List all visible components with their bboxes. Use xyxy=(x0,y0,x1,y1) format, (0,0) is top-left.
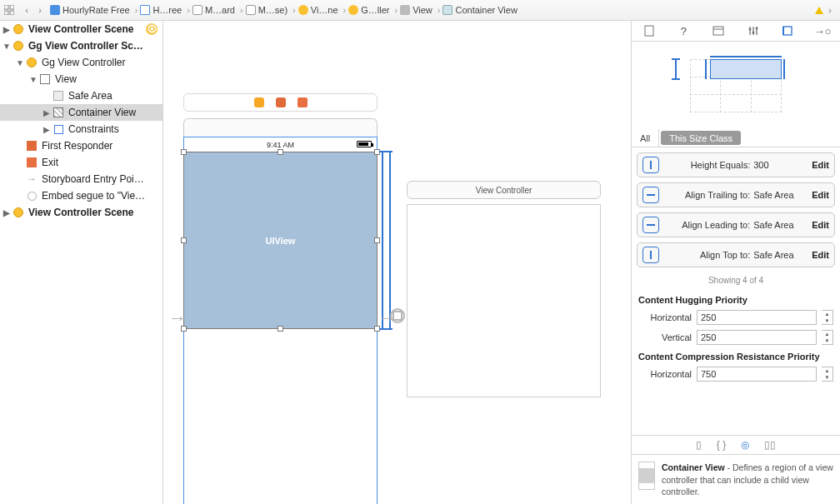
field-label: Vertical xyxy=(638,332,692,342)
constraint-value: 300 xyxy=(753,160,807,170)
ib-canvas[interactable]: 9:41 AM UIView xyxy=(163,21,632,504)
outline-first-responder[interactable]: First Responder xyxy=(0,137,162,154)
crumb-4[interactable]: Vi…ne xyxy=(291,5,342,15)
size-inspector-icon[interactable] xyxy=(780,23,795,38)
svg-rect-5 xyxy=(713,27,723,35)
disclosure-icon[interactable]: ▶ xyxy=(2,25,12,34)
scene-dock[interactable] xyxy=(183,93,378,112)
library-item[interactable]: Container View - Defines a region of a v… xyxy=(632,455,840,504)
filter-all[interactable]: All xyxy=(632,129,659,147)
stepper[interactable]: ▲▼ xyxy=(822,310,833,325)
align-top-icon xyxy=(642,247,659,263)
outline-entry-point[interactable]: → Storyboard Entry Poi… xyxy=(0,171,162,187)
hugging-vertical-row: Vertical 250 ▲▼ xyxy=(632,328,840,348)
file-inspector-icon[interactable] xyxy=(642,23,657,38)
battery-icon xyxy=(357,141,372,147)
constraint-guide xyxy=(379,151,392,152)
outline-view[interactable]: ▼ View xyxy=(0,71,162,87)
vc-dock-icon[interactable] xyxy=(254,97,264,107)
disclosure-icon[interactable]: ▼ xyxy=(2,42,12,51)
constraints-count: Showing 4 of 4 xyxy=(632,272,840,292)
size-class-filter: All This Size Class xyxy=(632,129,840,147)
outline-vc[interactable]: ▼ Gg View Controller xyxy=(0,54,162,71)
crumb-1[interactable]: H…ree xyxy=(133,5,186,15)
crumb-3[interactable]: M…se) xyxy=(238,5,291,15)
outline-scene-0[interactable]: ▶ View Controller Scene ⦿ xyxy=(0,21,162,37)
attributes-inspector-icon[interactable] xyxy=(746,23,761,38)
constraint-row[interactable]: Align Leading to: Safe Area Edit xyxy=(637,212,835,237)
hugging-vertical-field[interactable]: 250 xyxy=(697,330,817,345)
svg-rect-0 xyxy=(4,5,8,9)
disclosure-icon[interactable]: ▶ xyxy=(42,125,52,134)
crumb-0[interactable]: HourlyRate Free xyxy=(47,5,133,15)
outline-scene-1[interactable]: ▼ Gg View Controller Sc… xyxy=(0,37,162,54)
entry-point-arrow-icon[interactable]: → xyxy=(168,307,187,329)
hugging-horizontal-field[interactable]: 250 xyxy=(697,310,817,325)
outline-label: Exit xyxy=(42,157,58,168)
outline-constraints[interactable]: ▶ Constraints xyxy=(0,121,162,137)
constraint-edit-button[interactable]: Edit xyxy=(812,220,829,230)
embed-segue-icon[interactable] xyxy=(390,308,405,323)
disclosure-icon[interactable]: ▶ xyxy=(2,208,12,217)
scene-title-bar xyxy=(183,118,378,137)
stepper[interactable]: ▲▼ xyxy=(822,330,833,345)
root-view[interactable]: 9:41 AM UIView xyxy=(183,137,378,504)
stepper[interactable]: ▲▼ xyxy=(822,367,833,382)
nav-back-icon[interactable]: ‹ xyxy=(20,3,33,17)
constraint-value: Safe Area xyxy=(753,220,807,230)
crumb-2[interactable]: M…ard xyxy=(185,5,238,15)
connections-inspector-icon[interactable]: →○ xyxy=(815,23,830,38)
warning-icon[interactable] xyxy=(815,7,823,14)
scene-options-icon[interactable]: ⦿ xyxy=(146,23,158,35)
child-root-view[interactable] xyxy=(407,204,601,397)
object-lib-icon[interactable]: ◎ xyxy=(741,439,749,451)
constraint-row[interactable]: Align Trailing to: Safe Area Edit xyxy=(637,182,835,207)
height-constraint-icon xyxy=(642,157,659,173)
document-outline: ▶ View Controller Scene ⦿ ▼ Gg View Cont… xyxy=(0,21,163,504)
file-template-lib-icon[interactable]: ▯ xyxy=(696,439,702,451)
svg-rect-4 xyxy=(645,26,653,36)
svg-point-10 xyxy=(748,28,751,31)
constraint-row[interactable]: Align Top to: Safe Area Edit xyxy=(637,242,835,267)
nav-next-issue-icon[interactable]: › xyxy=(823,3,837,17)
inspector-panel: ? →○ xyxy=(632,21,840,504)
status-time: 9:41 AM xyxy=(267,141,294,149)
related-items-icon[interactable] xyxy=(3,4,15,16)
crumb-5[interactable]: G…ller xyxy=(342,5,393,15)
nav-forward-icon[interactable]: › xyxy=(33,3,47,17)
crumb-6[interactable]: View xyxy=(392,5,435,15)
scene-gg-vc[interactable]: 9:41 AM UIView xyxy=(183,118,378,504)
svg-point-11 xyxy=(752,32,754,34)
svg-rect-2 xyxy=(4,11,8,15)
constraint-row[interactable]: Height Equals: 300 Edit xyxy=(637,152,835,177)
constraint-value: Safe Area xyxy=(753,190,807,200)
code-snippet-lib-icon[interactable]: { } xyxy=(717,439,726,451)
container-view-selected[interactable]: UIView xyxy=(184,152,377,328)
svg-rect-13 xyxy=(783,27,792,35)
filter-this-size-class[interactable]: This Size Class xyxy=(661,131,741,145)
exit-dock-icon[interactable] xyxy=(298,97,308,107)
compression-horizontal-field[interactable]: 750 xyxy=(697,367,817,382)
outline-safearea[interactable]: Safe Area xyxy=(0,87,162,104)
scene-title[interactable]: View Controller xyxy=(407,181,601,199)
constraint-label: Height Equals: xyxy=(668,160,753,170)
identity-inspector-icon[interactable] xyxy=(711,23,726,38)
constraint-edit-button[interactable]: Edit xyxy=(812,190,829,200)
constraint-guide xyxy=(382,152,383,328)
scene-child-vc[interactable]: View Controller xyxy=(407,181,601,397)
constraint-edit-button[interactable]: Edit xyxy=(812,250,829,260)
constraint-edit-button[interactable]: Edit xyxy=(812,160,829,170)
first-responder-dock-icon[interactable] xyxy=(276,97,286,107)
disclosure-icon[interactable]: ▼ xyxy=(28,75,38,84)
svg-rect-3 xyxy=(10,11,14,15)
help-inspector-icon[interactable]: ? xyxy=(676,23,691,38)
autoresizing-preview[interactable] xyxy=(632,42,840,129)
disclosure-icon[interactable]: ▶ xyxy=(42,108,52,117)
crumb-7[interactable]: Container View xyxy=(436,5,521,15)
outline-scene-2[interactable]: ▶ View Controller Scene xyxy=(0,204,162,221)
disclosure-icon[interactable]: ▼ xyxy=(15,58,25,67)
outline-container-view[interactable]: ▶ Container View xyxy=(0,104,162,121)
media-lib-icon[interactable]: ▯▯ xyxy=(764,439,776,451)
outline-exit[interactable]: Exit xyxy=(0,154,162,171)
outline-embed-segue[interactable]: Embed segue to "Vie… xyxy=(0,187,162,204)
